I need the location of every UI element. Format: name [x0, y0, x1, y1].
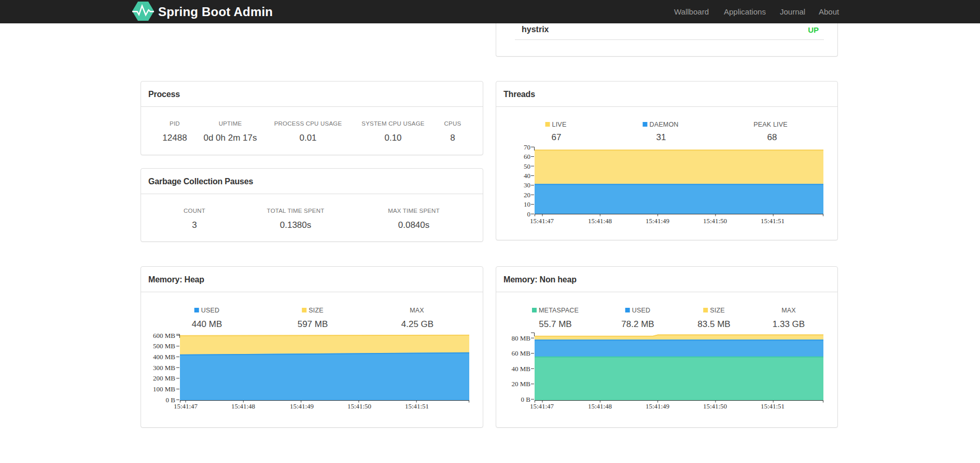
svg-text:80 MB: 80 MB	[512, 334, 531, 342]
svg-text:15:41:48: 15:41:48	[588, 402, 612, 410]
svg-text:15:41:49: 15:41:49	[290, 402, 314, 410]
svg-text:40: 40	[524, 172, 530, 180]
svg-text:400 MB: 400 MB	[153, 353, 175, 361]
svg-text:0 B: 0 B	[521, 396, 531, 403]
svg-text:15:41:50: 15:41:50	[703, 402, 727, 410]
svg-text:15:41:47: 15:41:47	[174, 402, 198, 410]
svg-text:15:41:50: 15:41:50	[703, 217, 727, 225]
svg-text:40 MB: 40 MB	[512, 365, 531, 373]
svg-text:15:41:51: 15:41:51	[405, 402, 429, 410]
svg-text:60 MB: 60 MB	[512, 349, 531, 357]
svg-text:15:41:48: 15:41:48	[588, 217, 612, 225]
svg-text:30: 30	[524, 181, 530, 189]
svg-text:60: 60	[524, 153, 530, 160]
svg-text:20 MB: 20 MB	[512, 380, 531, 388]
svg-text:15:41:47: 15:41:47	[530, 402, 554, 410]
svg-text:50: 50	[524, 162, 530, 170]
svg-text:600 MB: 600 MB	[153, 332, 175, 339]
svg-text:300 MB: 300 MB	[153, 364, 175, 372]
svg-text:15:41:51: 15:41:51	[761, 217, 785, 225]
svg-text:15:41:48: 15:41:48	[231, 402, 255, 410]
svg-text:200 MB: 200 MB	[153, 374, 175, 382]
svg-text:500 MB: 500 MB	[153, 342, 175, 350]
svg-text:15:41:51: 15:41:51	[761, 402, 785, 410]
svg-text:100 MB: 100 MB	[153, 385, 175, 393]
svg-text:15:41:50: 15:41:50	[347, 402, 371, 410]
svg-text:10: 10	[524, 200, 530, 208]
svg-text:15:41:49: 15:41:49	[646, 217, 669, 225]
svg-text:20: 20	[524, 191, 530, 199]
svg-text:15:41:47: 15:41:47	[530, 217, 554, 225]
svg-text:15:41:49: 15:41:49	[646, 402, 669, 410]
svg-text:70: 70	[524, 143, 530, 151]
